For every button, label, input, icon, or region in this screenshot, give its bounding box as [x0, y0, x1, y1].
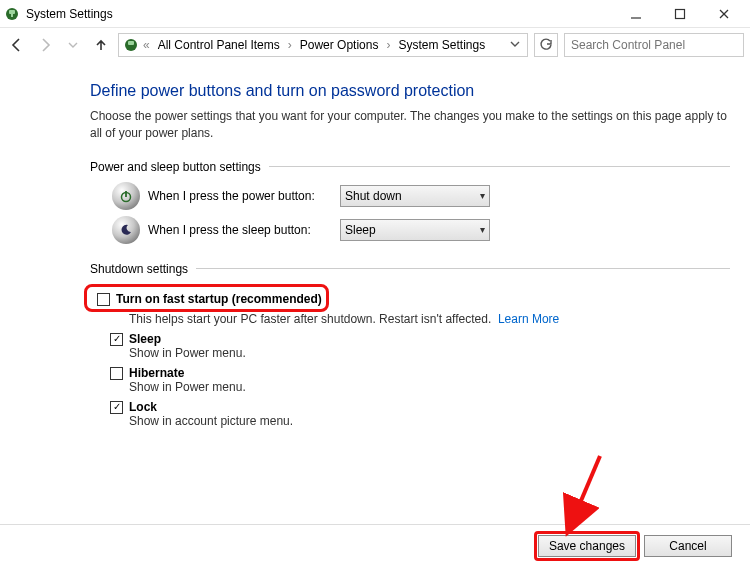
maximize-button[interactable] [658, 0, 702, 28]
close-button[interactable] [702, 0, 746, 28]
chevron-right-icon: › [384, 38, 392, 52]
breadcrumb-system-settings[interactable]: System Settings [394, 38, 489, 52]
forward-button[interactable] [34, 34, 56, 56]
page-heading: Define power buttons and turn on passwor… [90, 82, 730, 100]
navigation-row: « All Control Panel Items › Power Option… [0, 28, 750, 62]
sleep-button-dropdown[interactable]: Sleep ▾ [340, 219, 490, 241]
sleep-icon [112, 216, 140, 244]
refresh-button[interactable] [534, 33, 558, 57]
back-button[interactable] [6, 34, 28, 56]
learn-more-link[interactable]: Learn More [498, 312, 559, 326]
breadcrumb-all-items[interactable]: All Control Panel Items [154, 38, 284, 52]
minimize-button[interactable] [614, 0, 658, 28]
power-sleep-section-header: Power and sleep button settings [90, 160, 730, 174]
search-input[interactable] [564, 33, 744, 57]
sleep-description: Show in Power menu. [129, 346, 730, 360]
breadcrumb-power-options[interactable]: Power Options [296, 38, 383, 52]
bottom-button-bar: Save changes Cancel [0, 524, 750, 566]
hibernate-label: Hibernate [129, 366, 184, 380]
window-title: System Settings [26, 7, 113, 21]
breadcrumb-prefix-icon[interactable]: « [141, 38, 152, 52]
up-button[interactable] [90, 34, 112, 56]
lock-description: Show in account picture menu. [129, 414, 730, 428]
power-options-app-icon [4, 6, 20, 22]
lock-checkbox[interactable] [110, 401, 123, 414]
svg-rect-2 [11, 14, 13, 17]
content-area: Define power buttons and turn on passwor… [0, 62, 750, 428]
power-button-row: When I press the power button: Shut down… [112, 182, 730, 210]
power-button-dropdown[interactable]: Shut down ▾ [340, 185, 490, 207]
power-button-label: When I press the power button: [148, 189, 332, 203]
page-description: Choose the power settings that you want … [90, 108, 730, 142]
power-options-breadcrumb-icon [123, 37, 139, 53]
recent-dropdown-icon[interactable] [62, 34, 84, 56]
shutdown-section-header: Shutdown settings [90, 262, 730, 276]
chevron-down-icon: ▾ [480, 224, 485, 235]
svg-rect-4 [676, 9, 685, 18]
power-icon [112, 182, 140, 210]
address-bar[interactable]: « All Control Panel Items › Power Option… [118, 33, 528, 57]
titlebar: System Settings [0, 0, 750, 28]
sleep-button-value: Sleep [345, 223, 480, 237]
hibernate-checkbox[interactable] [110, 367, 123, 380]
hibernate-description: Show in Power menu. [129, 380, 730, 394]
fast-startup-highlight: Turn on fast startup (recommended) [84, 284, 329, 312]
address-dropdown-icon[interactable] [507, 38, 523, 52]
sleep-button-row: When I press the sleep button: Sleep ▾ [112, 216, 730, 244]
section-label: Power and sleep button settings [90, 160, 261, 174]
sleep-checkbox[interactable] [110, 333, 123, 346]
save-changes-button[interactable]: Save changes [538, 535, 636, 557]
chevron-right-icon: › [286, 38, 294, 52]
svg-rect-8 [128, 41, 134, 45]
fast-startup-description: This helps start your PC faster after sh… [129, 312, 730, 326]
section-label: Shutdown settings [90, 262, 188, 276]
chevron-down-icon: ▾ [480, 190, 485, 201]
sleep-label: Sleep [129, 332, 161, 346]
power-button-value: Shut down [345, 189, 480, 203]
svg-line-11 [572, 456, 600, 522]
sleep-button-label: When I press the sleep button: [148, 223, 332, 237]
fast-startup-checkbox[interactable] [97, 293, 110, 306]
fast-startup-label: Turn on fast startup (recommended) [116, 292, 322, 306]
cancel-button[interactable]: Cancel [644, 535, 732, 557]
svg-rect-1 [9, 10, 15, 14]
lock-label: Lock [129, 400, 157, 414]
